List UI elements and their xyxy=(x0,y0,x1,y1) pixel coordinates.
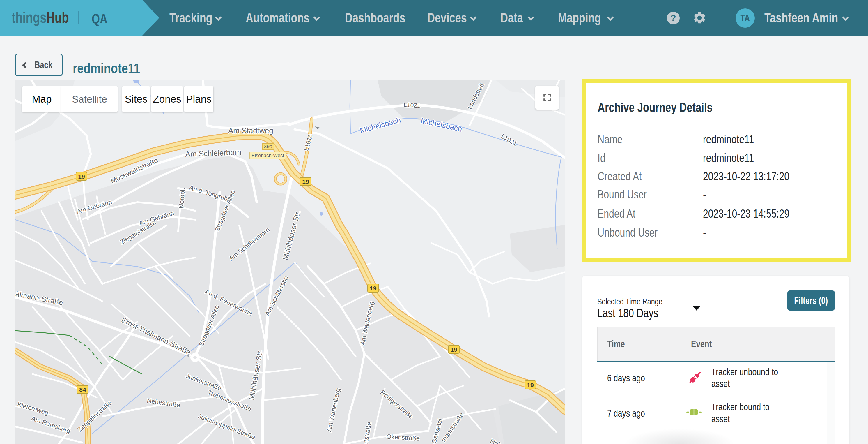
svg-text:84: 84 xyxy=(79,386,86,393)
svg-text:L1021: L1021 xyxy=(403,101,421,109)
svg-text:39a: 39a xyxy=(264,144,273,149)
svg-text:19: 19 xyxy=(78,173,85,180)
svg-text:19: 19 xyxy=(450,346,457,353)
svg-text:Am Stadtweg: Am Stadtweg xyxy=(228,126,273,135)
svg-text:19: 19 xyxy=(302,178,309,185)
svg-text:19: 19 xyxy=(370,285,376,292)
svg-text:Eisenach-West: Eisenach-West xyxy=(251,152,284,158)
svg-text:19: 19 xyxy=(527,382,533,388)
svg-text:Nordpl.: Nordpl. xyxy=(178,188,186,209)
